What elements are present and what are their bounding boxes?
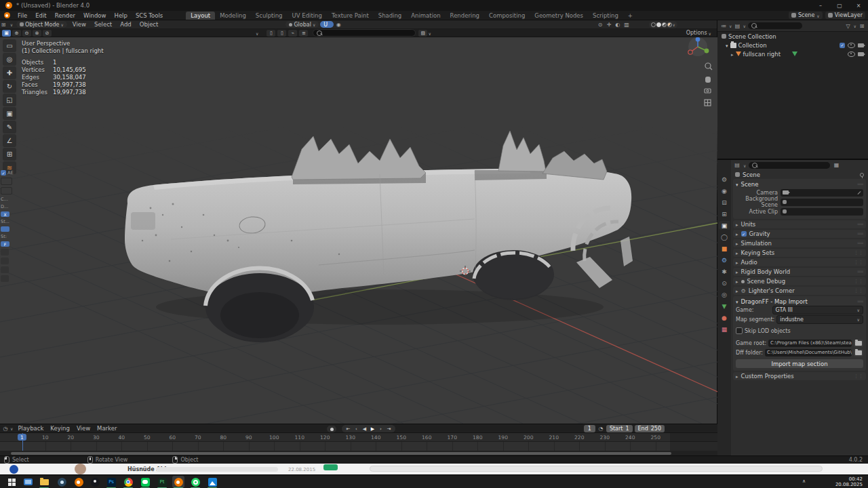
menu-item[interactable]: Window [79, 12, 111, 19]
outliner-search-field[interactable] [748, 22, 802, 29]
pt-app-icon[interactable]: Pt [156, 476, 168, 488]
scrollbar-thumb[interactable] [11, 452, 671, 455]
maximize-button[interactable]: ▢ [830, 0, 849, 11]
map-segment-dropdown[interactable]: industne [776, 315, 863, 324]
workspace-tab[interactable]: Geometry Nodes [530, 12, 588, 20]
photoshop-icon[interactable]: Ps [105, 476, 117, 488]
shading-rendered-icon[interactable] [667, 22, 672, 27]
timeline-type-icon[interactable]: ◷ [2, 425, 9, 432]
properties-tab-icon[interactable]: ◎ [719, 290, 730, 299]
dff-folder-field[interactable]: C:\Users\Mishel\Documents\GitHub\DragonF… [765, 349, 852, 357]
viewport-menu-item[interactable]: Add [116, 21, 135, 28]
transport-button[interactable]: ▶ [369, 426, 376, 432]
start-button[interactable] [5, 476, 18, 488]
shelf-row-label[interactable]: D... [1, 204, 17, 209]
blender-taskbar-icon[interactable] [73, 476, 85, 488]
timeline-ruler[interactable]: 1020304050607080901001101201301401501601… [0, 433, 717, 442]
properties-type-icon[interactable]: ▤ [734, 162, 741, 169]
taskbar-clock[interactable]: 00:42 20.08.2025 [835, 476, 863, 487]
tool-button[interactable]: ▣ [3, 107, 16, 120]
viewport-menu-item[interactable]: View [68, 21, 90, 28]
shading-solid-icon[interactable] [656, 22, 661, 27]
tool-button[interactable]: ✚ [3, 66, 16, 79]
shelf-swatch[interactable] [1, 187, 12, 195]
stopwatch-icon[interactable]: ◔ [597, 426, 604, 432]
eyedropper-icon[interactable] [858, 191, 861, 195]
pivot-point-icon[interactable]: ⊙ [597, 21, 604, 28]
shelf-row-label[interactable]: C... [1, 197, 17, 202]
properties-tab-icon[interactable]: ⚙ [719, 175, 730, 184]
photos-app-icon[interactable] [206, 476, 218, 488]
pan-hand-icon[interactable] [705, 77, 711, 83]
mirror-x-icon[interactable]: ▯ [267, 30, 275, 37]
editor-type-chevron[interactable] [8, 21, 15, 28]
timeline-menu-item[interactable]: View [73, 425, 94, 432]
viewlayer-selector[interactable]: ViewLayer [825, 12, 865, 19]
collapse-arrow-icon[interactable] [731, 51, 734, 58]
outliner-row-scene-collection[interactable]: Scene Collection [717, 32, 868, 41]
menu-item[interactable]: SCS Tools [132, 12, 167, 19]
select-mode-subtract-icon[interactable]: ⊖ [22, 30, 31, 37]
hide-eye-icon[interactable] [848, 52, 855, 57]
timeline-menu-item[interactable]: Keying [47, 425, 73, 432]
timeline-tracks[interactable] [0, 442, 717, 451]
chrome-icon[interactable] [122, 476, 134, 488]
game-dropdown[interactable]: GTA III [772, 306, 863, 314]
current-frame-badge[interactable]: 1 [18, 434, 26, 441]
viewport-menu-item[interactable]: Select [90, 21, 116, 28]
menu-item[interactable]: Render [51, 12, 79, 19]
workspace-tab[interactable]: Animation [406, 12, 445, 20]
filter-funnel-icon[interactable]: ▽ [845, 22, 852, 29]
options-dropdown[interactable]: Options [686, 30, 711, 37]
taskbar-camera-app-icon[interactable] [22, 476, 34, 488]
workspace-tab[interactable]: Rendering [446, 12, 484, 20]
blender-active-icon[interactable] [172, 476, 184, 488]
tool-button[interactable]: ▭ [3, 39, 16, 52]
select-mode-new-icon[interactable]: ▣ [2, 30, 11, 37]
panel-units[interactable]: Units══ [733, 220, 866, 228]
panel-audio[interactable]: Audio⋮⋮ [733, 258, 866, 266]
shelf-swatch[interactable] [1, 178, 12, 185]
file-explorer-icon[interactable] [38, 476, 50, 488]
editor-type-icon[interactable]: ⊞ [0, 21, 7, 28]
mode-dropdown[interactable]: Object Mode [16, 21, 67, 28]
properties-tab-icon[interactable]: ⊟ [719, 198, 730, 207]
render-visibility-icon[interactable] [858, 43, 864, 47]
viewport-canvas[interactable]: ▭◎✚↻◱▣✎∠⊞≋ AE C... D... X St... St: F [0, 37, 717, 424]
close-button[interactable]: × [849, 0, 868, 11]
tray-caret-icon[interactable]: ∧ [802, 479, 806, 484]
properties-tab-icon[interactable]: ⊙ [719, 279, 730, 287]
wire-icon[interactable]: ≡ [299, 30, 308, 37]
properties-tab-icon[interactable]: ▣ [719, 221, 730, 230]
outliner-row-collection[interactable]: Collection [717, 41, 868, 49]
proportional-editing-icon[interactable]: ◉ [335, 21, 342, 28]
line-messenger-icon[interactable] [139, 476, 151, 488]
panel-simulation[interactable]: Simulation══ [733, 239, 866, 247]
snap-magnet-icon[interactable]: U [320, 21, 334, 28]
import-map-section-button[interactable]: Import map section [736, 359, 863, 368]
scene-panel-header[interactable]: Scene ══ [736, 180, 863, 188]
render-visibility-icon[interactable] [858, 52, 864, 56]
tool-button[interactable]: ⊞ [3, 148, 16, 161]
viewport-3d[interactable]: ⊞ Object Mode ViewSelectAddObject Global… [0, 20, 717, 424]
overlays-icon[interactable]: ◐ [614, 21, 621, 28]
camera-field[interactable] [781, 189, 863, 197]
whatsapp-icon[interactable] [189, 476, 201, 488]
skip-lod-checkbox[interactable] [736, 327, 743, 334]
shading-options-chevron[interactable] [673, 21, 675, 28]
outliner-type-icon[interactable]: ≔ [720, 22, 727, 29]
shading-material-icon[interactable] [662, 22, 667, 27]
properties-search-field[interactable] [749, 162, 830, 169]
workspace-tab[interactable]: Modeling [215, 12, 251, 20]
workspace-tab[interactable]: + [623, 12, 637, 20]
display-mode-icon[interactable]: ▤ [734, 22, 741, 29]
transport-button[interactable]: ⇤ [344, 426, 352, 432]
properties-tab-icon[interactable]: ◉ [719, 186, 730, 195]
game-root-field[interactable]: C:\Program Files (x86)\Steam\steamapps\c… [768, 340, 852, 347]
properties-tab-icon[interactable]: ▼ [719, 302, 730, 310]
properties-tab-icon[interactable]: ▦ [719, 325, 730, 333]
minimize-button[interactable]: – [811, 0, 830, 11]
workspace-tab[interactable]: Scripting [588, 12, 623, 20]
transport-button[interactable]: ◀ [361, 426, 368, 432]
tool-options-chevron[interactable] [256, 30, 258, 37]
